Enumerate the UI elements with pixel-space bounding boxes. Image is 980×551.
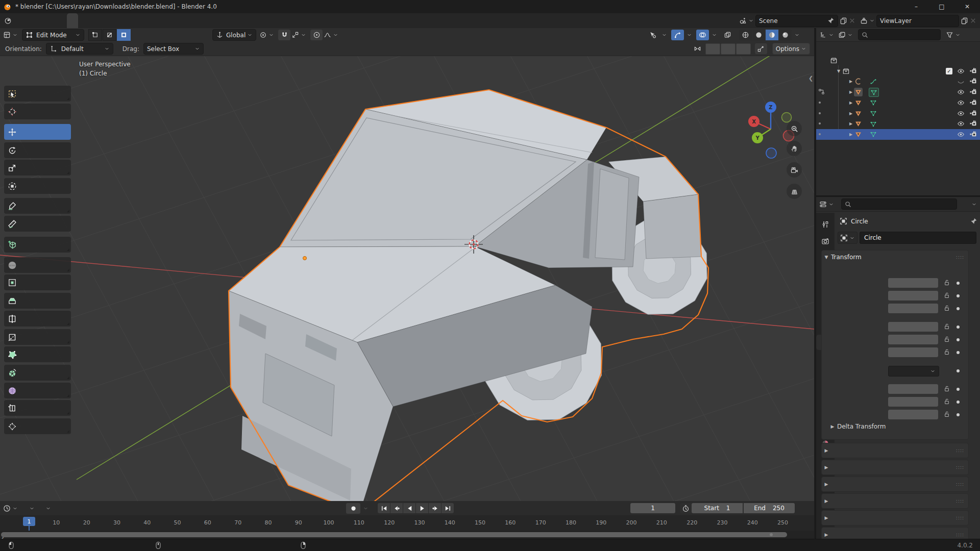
next-keyframe-button[interactable] [429,503,441,513]
transform-orientation-dropdown[interactable]: Global [212,29,256,41]
show-overlays-toggle[interactable] [696,30,709,40]
chevron-down-icon[interactable] [847,32,853,38]
expand-toggle-icon[interactable]: ▼ [836,69,842,73]
animate-property-dot[interactable] [957,325,960,329]
start-frame-field[interactable]: Start 1 [692,503,743,513]
timeline-ruler[interactable]: 1020304050607080901001101201301401501601… [0,515,814,531]
outliner-row-circle-001[interactable]: ▶ [816,97,980,108]
timeline-menu-keying[interactable] [39,501,56,515]
options-dropdown[interactable]: Options [772,43,810,55]
camera-render-icon[interactable] [969,120,977,128]
workspace-tab-uv-editing[interactable] [101,13,112,28]
lock-icon[interactable] [943,348,950,356]
play-reverse-button[interactable] [403,503,415,513]
timeline-editor-icon[interactable] [3,505,11,512]
workspace-tab-shading[interactable] [123,13,134,28]
snap-toggle-button[interactable] [278,30,290,40]
properties-search-input[interactable] [841,198,957,210]
chevron-down-icon[interactable] [712,32,717,38]
display-mode-icon[interactable] [838,31,846,39]
viewport-menu-add[interactable] [152,28,161,42]
outliner-search-input[interactable] [858,29,941,40]
mirror-axis-x-button[interactable] [705,43,720,55]
outliner-row-circle-002[interactable]: ▶ [816,108,980,119]
drag-grip-icon[interactable]: :::: [956,482,964,487]
shading-solid-button[interactable] [752,30,765,40]
menu-help[interactable] [51,13,60,28]
animate-property-dot[interactable] [957,351,960,354]
xray-toggle[interactable] [721,30,734,40]
transform-value-field[interactable] [888,291,938,300]
panel-relations[interactable]: ▶ :::: [821,443,969,458]
lock-icon[interactable] [943,411,950,418]
menu-edit[interactable] [23,13,32,28]
panel-visibility[interactable]: ▶ :::: [821,510,969,525]
tool-poly-build[interactable] [4,346,71,362]
workspace-tab-compositing[interactable] [157,13,168,28]
properties-tab-tool[interactable] [816,217,835,232]
object-id-dropdown[interactable] [838,232,857,244]
shading-material-button[interactable] [766,30,778,40]
workspace-tab-sculpting[interactable] [89,13,101,28]
transform-panel-header[interactable]: ▼ Transform :::: [822,251,968,264]
mesh-data-icon[interactable] [869,98,878,107]
chevron-down-icon[interactable] [363,506,369,511]
viewport-menu-face[interactable] [189,28,198,42]
viewlayer-field[interactable]: ViewLayer [876,15,959,27]
tool-select-box[interactable] [4,86,71,102]
lock-icon[interactable] [943,292,950,299]
chevron-down-icon[interactable] [662,32,667,38]
animate-property-dot[interactable] [957,413,960,416]
eye-icon[interactable] [957,67,965,75]
timeline-menu-view[interactable] [56,501,65,515]
lock-icon[interactable] [943,398,950,405]
close-button[interactable]: ✕ [954,0,980,13]
chevron-down-icon[interactable] [869,18,875,23]
lock-icon[interactable] [943,385,950,392]
shading-wireframe-button[interactable] [739,30,752,40]
eye-icon[interactable] [957,99,965,107]
drag-dropdown[interactable]: Select Box [143,43,204,55]
tool-knife[interactable] [4,329,71,345]
animate-property-dot[interactable] [957,307,960,310]
auto-keying-button[interactable] [346,503,360,514]
chevron-down-icon[interactable] [955,32,961,38]
workspace-tab-geometry-nodes[interactable] [168,13,179,28]
mirror-axis-y-button[interactable] [721,43,736,55]
snap-with-dropdown[interactable] [291,31,306,39]
camera-render-icon[interactable] [969,110,977,117]
playhead[interactable]: 1 [23,517,35,526]
eye-icon[interactable] [957,120,965,128]
viewport-menu-vertex[interactable] [170,28,180,42]
drag-grip-icon[interactable]: :::: [956,255,964,260]
transform-value-field[interactable] [888,397,938,407]
chevron-down-icon[interactable] [687,32,692,38]
workspace-tab-animation[interactable] [134,13,145,28]
gizmo-z-axis[interactable]: Z [765,102,776,113]
tool-smooth[interactable] [4,383,71,398]
panel-collections[interactable]: ▶ :::: [821,460,969,475]
lock-icon[interactable] [943,305,950,312]
show-object-types-icon[interactable] [646,30,659,40]
scene-field[interactable]: Scene [755,15,838,27]
transform-value-field[interactable] [888,410,938,419]
timeline-menu-marker[interactable] [65,501,74,515]
mirror-icon[interactable] [694,45,701,53]
current-frame-field[interactable]: 1 [630,503,675,513]
tool-measure[interactable] [4,216,71,232]
drag-grip-icon[interactable]: :::: [956,465,964,470]
blender-menu-icon[interactable] [4,17,12,24]
proportional-editing-button[interactable] [310,30,323,40]
add-workspace-button[interactable] [190,13,202,28]
transform-value-field[interactable] [888,384,938,394]
tool-cursor[interactable] [4,104,71,119]
chevron-down-icon[interactable] [748,18,754,23]
snap-projection-button[interactable] [755,43,767,54]
gizmo-x-axis[interactable]: X [748,116,760,127]
chevron-down-icon[interactable] [828,202,834,207]
drag-grip-icon[interactable]: :::: [956,448,964,453]
outliner-row-cube[interactable]: ▶ [816,129,980,140]
menu-window[interactable] [41,13,51,28]
chevron-down-icon[interactable] [794,32,800,38]
tool-inset-faces[interactable] [4,274,71,290]
